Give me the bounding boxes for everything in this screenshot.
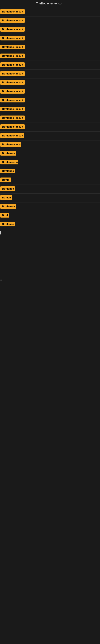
bottleneck-item-7[interactable]: Bottleneck result bbox=[0, 61, 100, 70]
bottleneck-badge-4[interactable]: Bottleneck result bbox=[0, 36, 25, 40]
bottleneck-badge-15[interactable]: Bottleneck result bbox=[0, 133, 24, 138]
bottleneck-item-21[interactable]: Bottlenec bbox=[0, 185, 100, 194]
bottleneck-item-19[interactable]: Bottlenec bbox=[0, 167, 100, 176]
footer-text-area: 0 bbox=[0, 276, 100, 283]
bottleneck-badge-25[interactable]: Bottlenec bbox=[0, 222, 15, 226]
empty-space-2 bbox=[0, 283, 100, 404]
bottleneck-badge-7[interactable]: Bottleneck result bbox=[0, 62, 25, 67]
bottleneck-item-15[interactable]: Bottleneck result bbox=[0, 132, 100, 140]
bottleneck-list: Bottleneck resultBottleneck resultBottle… bbox=[0, 8, 100, 229]
bottleneck-item-5[interactable]: Bottleneck result bbox=[0, 43, 100, 52]
site-title: TheBottlenecker.com bbox=[36, 2, 64, 5]
bottleneck-item-12[interactable]: Bottleneck result bbox=[0, 105, 100, 114]
bottleneck-item-23[interactable]: Bottleneck bbox=[0, 202, 100, 211]
bottleneck-badge-11[interactable]: Bottleneck result bbox=[0, 98, 25, 102]
bottleneck-badge-24[interactable]: Bottl bbox=[0, 213, 9, 218]
footer-text: 0 bbox=[0, 279, 1, 281]
bottleneck-item-25[interactable]: Bottlenec bbox=[0, 220, 100, 229]
bottleneck-badge-17[interactable]: Bottleneck bbox=[0, 151, 16, 156]
bottleneck-item-4[interactable]: Bottleneck result bbox=[0, 34, 100, 43]
bottleneck-badge-9[interactable]: Bottleneck result bbox=[0, 80, 25, 85]
bottleneck-item-16[interactable]: Bottleneck resu bbox=[0, 140, 100, 149]
bottleneck-item-9[interactable]: Bottleneck result bbox=[0, 78, 100, 87]
bottleneck-item-24[interactable]: Bottl bbox=[0, 211, 100, 220]
bottleneck-item-3[interactable]: Bottleneck result bbox=[0, 25, 100, 34]
bottleneck-item-13[interactable]: Bottleneck result bbox=[0, 114, 100, 123]
bottleneck-badge-12[interactable]: Bottleneck result bbox=[0, 107, 25, 111]
bottleneck-badge-5[interactable]: Bottleneck result bbox=[0, 45, 25, 49]
bottleneck-item-11[interactable]: Bottleneck result bbox=[0, 96, 100, 105]
cursor-line bbox=[0, 229, 100, 236]
bottleneck-badge-3[interactable]: Bottleneck result bbox=[0, 27, 25, 32]
bottleneck-badge-21[interactable]: Bottlenec bbox=[0, 186, 15, 191]
bottleneck-item-10[interactable]: Bottleneck result bbox=[0, 87, 100, 96]
bottleneck-item-14[interactable]: Bottleneck result bbox=[0, 123, 100, 132]
bottleneck-badge-14[interactable]: Bottleneck result bbox=[0, 124, 25, 129]
bottleneck-badge-16[interactable]: Bottleneck resu bbox=[0, 142, 21, 147]
bottleneck-badge-6[interactable]: Bottleneck result bbox=[0, 54, 25, 58]
bottleneck-item-20[interactable]: Bottle bbox=[0, 176, 100, 185]
text-cursor bbox=[0, 231, 1, 234]
bottleneck-item-18[interactable]: Bottleneck re bbox=[0, 158, 100, 167]
bottleneck-item-1[interactable]: Bottleneck result bbox=[0, 8, 100, 16]
bottleneck-badge-19[interactable]: Bottlenec bbox=[0, 169, 15, 173]
bottleneck-item-8[interactable]: Bottleneck result bbox=[0, 70, 100, 78]
bottleneck-badge-10[interactable]: Bottleneck result bbox=[0, 89, 25, 94]
bottleneck-item-17[interactable]: Bottleneck bbox=[0, 149, 100, 158]
empty-space-1 bbox=[0, 236, 100, 276]
site-header: TheBottlenecker.com bbox=[0, 0, 100, 8]
bottleneck-badge-22[interactable]: Bottlen bbox=[0, 195, 12, 200]
bottleneck-badge-1[interactable]: Bottleneck result bbox=[0, 9, 25, 14]
bottleneck-item-6[interactable]: Bottleneck result bbox=[0, 52, 100, 61]
bottleneck-badge-8[interactable]: Bottleneck result bbox=[0, 71, 25, 76]
bottleneck-badge-20[interactable]: Bottle bbox=[0, 178, 11, 182]
bottleneck-item-2[interactable]: Bottleneck result bbox=[0, 16, 100, 25]
bottleneck-badge-18[interactable]: Bottleneck re bbox=[0, 160, 18, 164]
bottleneck-badge-13[interactable]: Bottleneck result bbox=[0, 116, 25, 120]
bottleneck-item-22[interactable]: Bottlen bbox=[0, 194, 100, 202]
bottleneck-badge-2[interactable]: Bottleneck result bbox=[0, 18, 25, 23]
bottleneck-badge-23[interactable]: Bottleneck bbox=[0, 204, 16, 209]
